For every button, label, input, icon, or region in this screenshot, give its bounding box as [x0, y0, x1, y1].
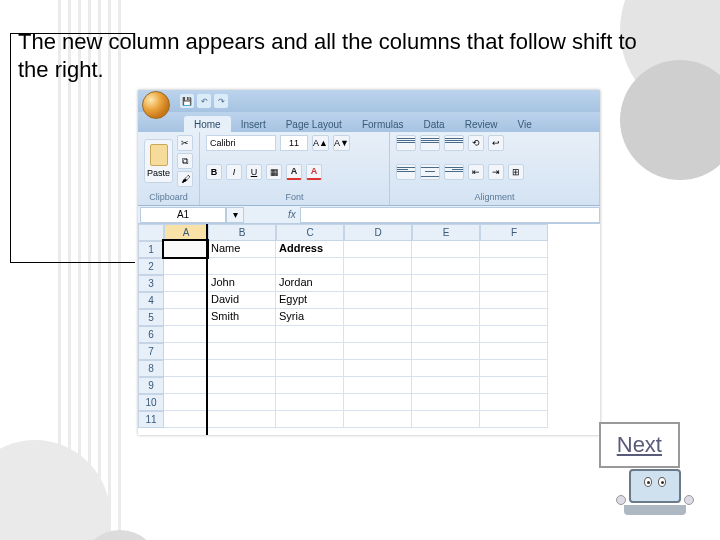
bold-button[interactable]: B [206, 164, 222, 180]
cell-A7[interactable] [164, 343, 208, 360]
cell-C10[interactable] [276, 394, 344, 411]
cell-C6[interactable] [276, 326, 344, 343]
align-center-icon[interactable] [420, 164, 440, 180]
row-header-4[interactable]: 4 [138, 292, 164, 309]
cell-C11[interactable] [276, 411, 344, 428]
cell-D9[interactable] [344, 377, 412, 394]
cell-B5[interactable]: Smith [208, 309, 276, 326]
font-size-select[interactable] [280, 135, 308, 151]
cell-D10[interactable] [344, 394, 412, 411]
fx-icon[interactable]: fx [284, 209, 300, 220]
cell-B11[interactable] [208, 411, 276, 428]
cell-D3[interactable] [344, 275, 412, 292]
tab-home[interactable]: Home [184, 116, 231, 132]
worksheet[interactable]: 1234567891011 ABCDEF NameAddressJohnJord… [138, 224, 600, 435]
cell-B9[interactable] [208, 377, 276, 394]
align-right-icon[interactable] [444, 164, 464, 180]
cell-D8[interactable] [344, 360, 412, 377]
cell-E11[interactable] [412, 411, 480, 428]
wrap-text-icon[interactable]: ↩ [488, 135, 504, 151]
decrease-font-icon[interactable]: A▼ [333, 135, 350, 151]
column-header-A[interactable]: A [164, 224, 208, 241]
row-header-5[interactable]: 5 [138, 309, 164, 326]
font-name-select[interactable] [206, 135, 276, 151]
next-button[interactable]: Next [599, 422, 680, 468]
row-header-8[interactable]: 8 [138, 360, 164, 377]
merge-center-icon[interactable]: ⊞ [508, 164, 524, 180]
cell-F7[interactable] [480, 343, 548, 360]
undo-icon[interactable]: ↶ [197, 94, 211, 108]
fill-color-icon[interactable]: A [286, 164, 302, 180]
formula-bar[interactable] [300, 207, 600, 223]
cut-icon[interactable]: ✂ [177, 135, 193, 151]
cell-B1[interactable]: Name [208, 241, 276, 258]
align-bottom-icon[interactable] [444, 135, 464, 151]
cell-F6[interactable] [480, 326, 548, 343]
cell-F10[interactable] [480, 394, 548, 411]
cell-C7[interactable] [276, 343, 344, 360]
orientation-icon[interactable]: ⟲ [468, 135, 484, 151]
tab-review[interactable]: Review [455, 116, 508, 132]
cell-B10[interactable] [208, 394, 276, 411]
cell-F9[interactable] [480, 377, 548, 394]
cell-A4[interactable] [164, 292, 208, 309]
cell-B6[interactable] [208, 326, 276, 343]
row-header-1[interactable]: 1 [138, 241, 164, 258]
cell-D11[interactable] [344, 411, 412, 428]
increase-indent-icon[interactable]: ⇥ [488, 164, 504, 180]
cell-F2[interactable] [480, 258, 548, 275]
column-header-C[interactable]: C [276, 224, 344, 241]
cell-F5[interactable] [480, 309, 548, 326]
cell-A11[interactable] [164, 411, 208, 428]
cell-B2[interactable] [208, 258, 276, 275]
grid[interactable]: ABCDEF NameAddressJohnJordanDavidEgyptSm… [164, 224, 600, 435]
name-box-dropdown-icon[interactable]: ▾ [226, 207, 244, 223]
cell-B7[interactable] [208, 343, 276, 360]
row-header-3[interactable]: 3 [138, 275, 164, 292]
cell-A10[interactable] [164, 394, 208, 411]
tab-page-layout[interactable]: Page Layout [276, 116, 352, 132]
align-left-icon[interactable] [396, 164, 416, 180]
column-header-B[interactable]: B [208, 224, 276, 241]
cell-D1[interactable] [344, 241, 412, 258]
cell-F11[interactable] [480, 411, 548, 428]
align-top-icon[interactable] [396, 135, 416, 151]
cell-D4[interactable] [344, 292, 412, 309]
cell-E10[interactable] [412, 394, 480, 411]
cell-B4[interactable]: David [208, 292, 276, 309]
cell-C4[interactable]: Egypt [276, 292, 344, 309]
column-header-F[interactable]: F [480, 224, 548, 241]
cell-C9[interactable] [276, 377, 344, 394]
increase-font-icon[interactable]: A▲ [312, 135, 329, 151]
cell-D7[interactable] [344, 343, 412, 360]
cell-D5[interactable] [344, 309, 412, 326]
cell-C8[interactable] [276, 360, 344, 377]
copy-icon[interactable]: ⧉ [177, 153, 193, 169]
save-icon[interactable]: 💾 [180, 94, 194, 108]
tab-formulas[interactable]: Formulas [352, 116, 414, 132]
italic-button[interactable]: I [226, 164, 242, 180]
cell-E3[interactable] [412, 275, 480, 292]
cell-B3[interactable]: John [208, 275, 276, 292]
cell-F1[interactable] [480, 241, 548, 258]
cell-C3[interactable]: Jordan [276, 275, 344, 292]
cell-D2[interactable] [344, 258, 412, 275]
cell-A2[interactable] [164, 258, 208, 275]
row-header-10[interactable]: 10 [138, 394, 164, 411]
decrease-indent-icon[interactable]: ⇤ [468, 164, 484, 180]
align-middle-icon[interactable] [420, 135, 440, 151]
redo-icon[interactable]: ↷ [214, 94, 228, 108]
tab-insert[interactable]: Insert [231, 116, 276, 132]
row-header-9[interactable]: 9 [138, 377, 164, 394]
cell-F8[interactable] [480, 360, 548, 377]
column-header-D[interactable]: D [344, 224, 412, 241]
row-header-11[interactable]: 11 [138, 411, 164, 428]
cell-E8[interactable] [412, 360, 480, 377]
paste-button[interactable]: Paste [144, 139, 173, 183]
cell-C5[interactable]: Syria [276, 309, 344, 326]
cell-B8[interactable] [208, 360, 276, 377]
tab-vie[interactable]: Vie [507, 116, 541, 132]
cell-C1[interactable]: Address [276, 241, 344, 258]
cell-F4[interactable] [480, 292, 548, 309]
column-header-E[interactable]: E [412, 224, 480, 241]
